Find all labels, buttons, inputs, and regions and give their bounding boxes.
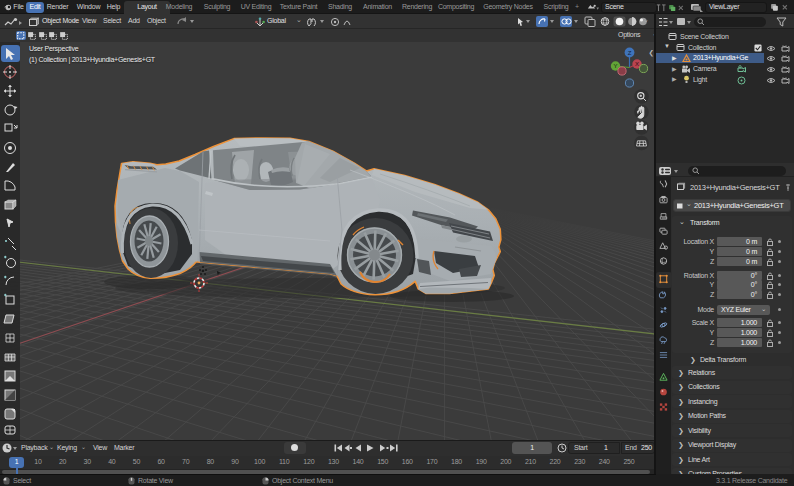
svg-text:Z: Z (628, 50, 632, 56)
svg-text:X: X (635, 61, 639, 67)
svg-text:Y: Y (613, 63, 617, 69)
